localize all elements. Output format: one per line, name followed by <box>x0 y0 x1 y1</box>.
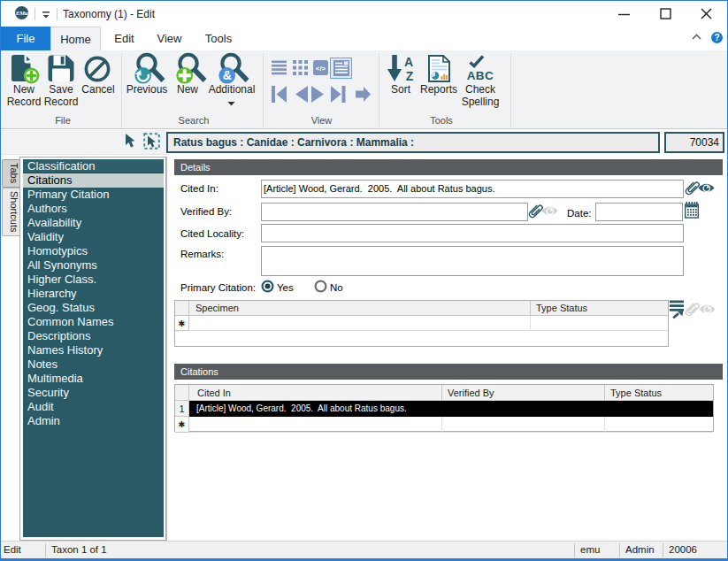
svg-text:Z: Z <box>406 69 414 83</box>
svg-text:</>: </> <box>316 65 326 73</box>
svg-text:ABC: ABC <box>467 69 494 81</box>
svg-text:&: & <box>223 68 232 82</box>
svg-text:A: A <box>404 55 413 69</box>
